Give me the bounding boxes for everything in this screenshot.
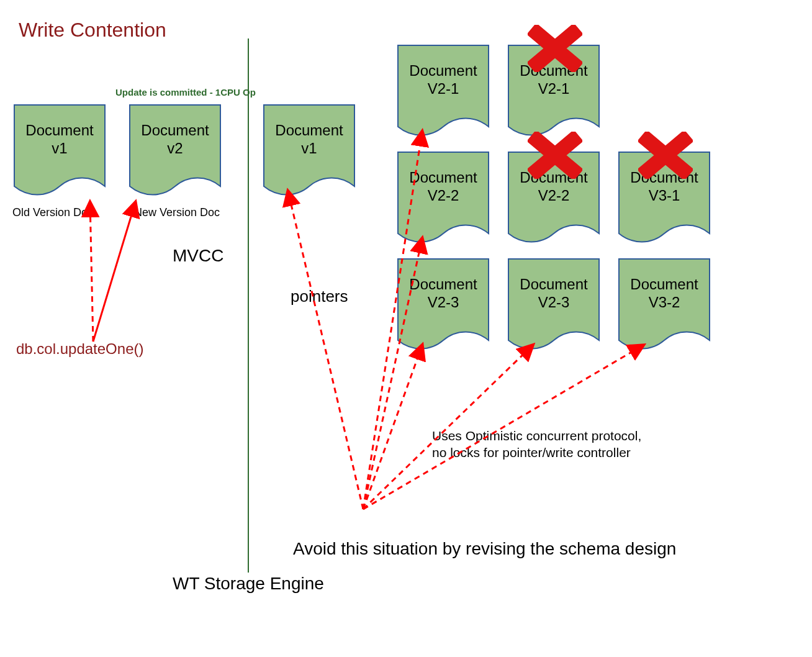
doc-title: Document [263, 122, 355, 140]
old-doc-label: Old Version Doc [12, 206, 93, 219]
document-left-v2: Documentv2 [129, 104, 221, 201]
document-c-r1-1: DocumentV2-1 [397, 45, 489, 141]
document-right-v1: Documentv1 [263, 104, 355, 201]
doc-version: V2-3 [508, 294, 600, 312]
wt-storage-label: WT Storage Engine [173, 574, 324, 594]
new-doc-label: New Version Doc [134, 206, 220, 219]
document-c-r1-2: DocumentV2-1 [508, 45, 600, 141]
pointer-arrow [363, 238, 422, 509]
failed-write-icon [638, 132, 693, 179]
doc-version: V3-1 [618, 187, 710, 205]
document-c-r2-2: DocumentV2-2 [508, 152, 600, 248]
document-c-r2-1: DocumentV2-2 [397, 152, 489, 248]
doc-version: V2-2 [397, 187, 489, 205]
doc-title: Document [618, 276, 710, 294]
optimistic-note: Uses Optimistic concurrent protocol, no … [432, 427, 641, 461]
doc-version: v2 [129, 140, 221, 158]
failed-write-icon [528, 25, 582, 72]
doc-version: V2-1 [508, 80, 600, 98]
doc-title: Document [508, 62, 600, 80]
pointer-arrow [288, 191, 363, 509]
failed-write-icon [528, 132, 582, 179]
doc-version: V2-1 [397, 80, 489, 98]
doc-title: Document [397, 62, 489, 80]
doc-title: Document [129, 122, 221, 140]
diagram-stage: Write Contention Update is committed - 1… [0, 0, 812, 657]
pointer-arrow [363, 345, 422, 509]
update-command: db.col.updateOne() [16, 340, 143, 358]
pointer-arrow [93, 202, 135, 342]
document-c-r2-3: DocumentV3-1 [618, 152, 710, 248]
pointers-label: pointers [291, 287, 348, 306]
document-c-r3-3: DocumentV3-2 [618, 258, 710, 355]
mvcc-label: MVCC [173, 246, 223, 266]
document-c-r3-2: DocumentV2-3 [508, 258, 600, 355]
doc-version: v1 [14, 140, 106, 158]
pointer-arrow [363, 132, 422, 509]
committed-note: Update is committed - 1CPU Op [115, 87, 256, 97]
doc-version: V2-3 [397, 294, 489, 312]
doc-version: V2-2 [508, 187, 600, 205]
pointer-arrow [90, 202, 93, 342]
doc-title: Document [14, 122, 106, 140]
doc-title: Document [618, 169, 710, 187]
document-c-r3-1: DocumentV2-3 [397, 258, 489, 355]
document-left-v1: Documentv1 [14, 104, 106, 201]
avoid-note: Avoid this situation by revising the sch… [293, 539, 676, 559]
doc-title: Document [397, 169, 489, 187]
vertical-divider [248, 39, 249, 573]
doc-title: Document [508, 276, 600, 294]
doc-version: v1 [263, 140, 355, 158]
diagram-title: Write Contention [19, 19, 166, 42]
doc-title: Document [397, 276, 489, 294]
doc-title: Document [508, 169, 600, 187]
doc-version: V3-2 [618, 294, 710, 312]
